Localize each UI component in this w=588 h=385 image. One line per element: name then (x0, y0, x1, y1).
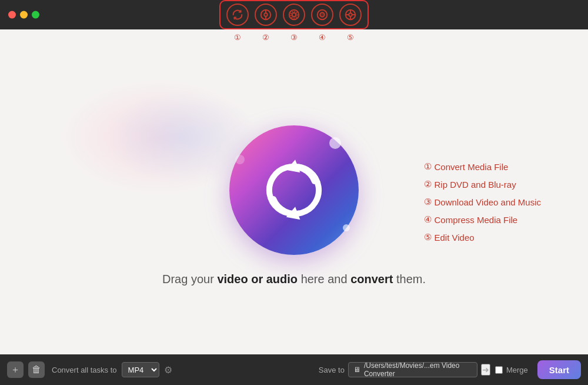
drag-bold1: video or audio (217, 273, 298, 286)
feature-4-num: ④ (424, 214, 432, 225)
feature-5-text: Edit Video (434, 233, 474, 243)
save-path-text: /Users/test/Movies/...em Video Converter (364, 361, 472, 378)
bokeh-2 (343, 224, 350, 231)
feature-2-text: Rip DVD and Blu-ray (434, 180, 516, 190)
merge-checkbox[interactable] (495, 366, 503, 374)
drag-suffix: them. (396, 273, 426, 286)
toolbar (219, 0, 369, 29)
save-label: Save to (319, 366, 345, 374)
maximize-button[interactable] (32, 11, 39, 19)
close-button[interactable] (8, 11, 16, 19)
feature-5: ⑤ Edit Video (424, 232, 541, 243)
trash-icon: 🗑 (32, 364, 41, 375)
convert-tasks-label: Convert all tasks to (52, 366, 117, 374)
toolbar-edit-button[interactable] (339, 4, 362, 26)
format-select[interactable]: MP4 MKV AVI MOV MP3 (122, 362, 159, 377)
drag-middle: here and (301, 273, 351, 286)
num-4: ④ (311, 33, 333, 42)
drag-prefix: Drag your (162, 273, 217, 286)
bokeh-1 (329, 137, 341, 149)
feature-2: ② Rip DVD and Blu-ray (424, 179, 541, 190)
num-1: ① (226, 33, 249, 42)
start-button[interactable]: Start (537, 360, 581, 379)
traffic-lights (8, 11, 39, 19)
arrow-right-icon: ➜ (482, 365, 489, 374)
drag-bold2: convert (350, 273, 393, 286)
numbers-bar: ① ② ③ ④ ⑤ (0, 29, 588, 43)
svg-point-5 (292, 13, 296, 16)
toolbar-convert-button[interactable] (226, 4, 249, 26)
num-3: ③ (283, 33, 305, 42)
numbers-row: ① ② ③ ④ ⑤ (226, 33, 362, 42)
feature-1-text: Convert Media File (434, 162, 508, 172)
feature-4-text: Compress Media File (434, 215, 517, 225)
feature-4: ④ Compress Media File (424, 214, 541, 225)
drag-text: Drag your video or audio here and conver… (162, 273, 426, 286)
feature-3: ③ Download Video and Music (424, 197, 541, 207)
feature-1-num: ① (424, 161, 432, 172)
save-section: Save to 🖥 /Users/test/Movies/...em Video… (319, 362, 490, 377)
settings-icon: ⚙ (164, 365, 172, 375)
main-content: ① Convert Media File ② Rip DVD and Blu-r… (0, 43, 588, 368)
feature-list: ① Convert Media File ② Rip DVD and Blu-r… (424, 161, 541, 250)
titlebar (0, 0, 588, 29)
save-path-arrow-button[interactable]: ➜ (481, 364, 490, 376)
merge-label: Merge (506, 366, 528, 374)
feature-1: ① Convert Media File (424, 161, 541, 172)
center-icon (229, 125, 359, 255)
delete-button[interactable]: 🗑 (28, 361, 45, 378)
feature-5-num: ⑤ (424, 232, 432, 243)
settings-button[interactable]: ⚙ (164, 364, 172, 376)
num-5: ⑤ (339, 33, 362, 42)
num-2: ② (255, 33, 277, 42)
save-drive-icon: 🖥 (353, 366, 360, 374)
add-icon: ＋ (11, 364, 20, 376)
bottom-bar: ＋ 🗑 Convert all tasks to MP4 MKV AVI MOV… (0, 354, 588, 385)
feature-3-text: Download Video and Music (434, 197, 541, 207)
feature-2-num: ② (424, 179, 432, 190)
feature-3-num: ③ (424, 197, 432, 207)
toolbar-compress-button[interactable] (311, 4, 333, 26)
toolbar-download-button[interactable] (283, 4, 305, 26)
minimize-button[interactable] (20, 11, 28, 19)
convert-arrows-icon (259, 155, 329, 225)
toolbar-rip-button[interactable] (255, 4, 277, 26)
save-path-box[interactable]: 🖥 /Users/test/Movies/...em Video Convert… (348, 362, 477, 377)
bokeh-3 (235, 155, 245, 164)
merge-section: Merge (495, 366, 528, 374)
add-file-button[interactable]: ＋ (7, 361, 24, 378)
